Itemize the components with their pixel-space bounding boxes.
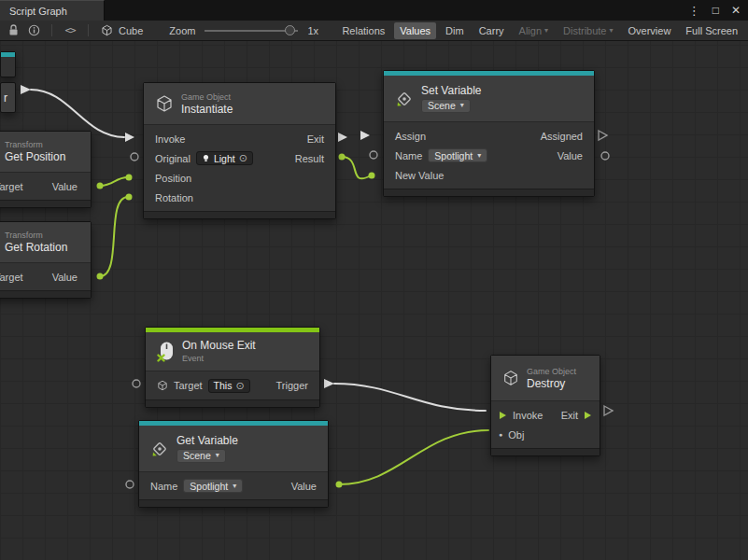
value-output-label: Value: [557, 150, 583, 161]
node-footer: [384, 189, 594, 196]
original-port-icon[interactable]: [131, 153, 138, 161]
invoke-port-icon[interactable]: [125, 133, 134, 142]
wire-getvariable-to-obj[interactable]: [339, 430, 488, 484]
tab-script-graph[interactable]: Script Graph: [0, 0, 105, 21]
node-header[interactable]: Transform Get Position: [0, 132, 91, 173]
node-category: Event: [182, 354, 204, 363]
target-port-icon[interactable]: [133, 380, 140, 387]
assign-port-icon[interactable]: [360, 131, 370, 140]
port-row: New Value: [384, 165, 594, 185]
lock-icon[interactable]: [5, 22, 21, 39]
node-header[interactable]: Transform Get Rotation: [0, 222, 91, 263]
node-footer: [0, 200, 91, 207]
align-label: Align: [519, 25, 542, 36]
chevron-down-icon: ▾: [544, 27, 548, 35]
node-header[interactable]: Game Object Instantiate: [144, 83, 335, 125]
value-output-label: Value: [291, 481, 317, 492]
exit-output-label: Exit: [561, 410, 578, 421]
node-instantiate[interactable]: Game Object Instantiate Invoke Exit Orig…: [143, 82, 336, 219]
game-object-icon: [502, 370, 519, 386]
new-value-port-icon[interactable]: [369, 173, 375, 179]
value-output-label: Value: [52, 181, 78, 192]
trigger-port-icon[interactable]: [324, 379, 334, 388]
variable-kind-dropdown[interactable]: Scene ▾: [421, 99, 471, 113]
obj-input-label: Obj: [508, 429, 524, 441]
rotation-input-label: Rotation: [155, 192, 193, 203]
wire-result-to-new-value[interactable]: [342, 157, 371, 178]
window-maximize-icon[interactable]: □: [713, 5, 719, 16]
light-object-field[interactable]: Light ⊙: [196, 151, 253, 165]
getposition-value-port-icon[interactable]: [97, 183, 104, 189]
this-object-field[interactable]: This ⊙: [208, 379, 250, 393]
chevron-down-icon: ▾: [477, 152, 481, 160]
graph-canvas[interactable]: r Transform Get Position Target Value Tr…: [0, 41, 748, 560]
obj-port-dot-icon[interactable]: ●: [499, 431, 502, 438]
name-input-label: Name: [150, 481, 177, 492]
wire-getposition-to-position[interactable]: [100, 177, 128, 186]
overview-button[interactable]: Overview: [623, 22, 677, 39]
info-icon[interactable]: [25, 22, 42, 39]
new-value-input-label: New Value: [395, 170, 444, 181]
port-row: Position: [144, 168, 335, 188]
node-header[interactable]: Game Object Destroy: [491, 356, 600, 401]
position-port-icon[interactable]: [126, 175, 133, 181]
distribute-dropdown[interactable]: Distribute ▾: [557, 22, 618, 39]
node-destroy[interactable]: Game Object Destroy Invoke Exit ● Obj: [490, 355, 600, 456]
window-tabbar: Script Graph ⋮ □ ✕: [0, 0, 748, 21]
flow-arrow-icon[interactable]: [584, 411, 592, 420]
port-row: Target This ⊙ Trigger: [146, 375, 319, 396]
node-on-mouse-exit[interactable]: On Mouse Exit Event Target This ⊙ Trigge…: [145, 327, 320, 408]
wire-start-arrow-icon[interactable]: [21, 85, 31, 94]
getrotation-value-port-icon[interactable]: [97, 273, 104, 280]
zoom-knob[interactable]: [285, 25, 295, 35]
node-header[interactable]: On Mouse Exit Event: [146, 332, 319, 371]
carry-button[interactable]: Carry: [473, 22, 510, 39]
result-port-icon[interactable]: [339, 154, 346, 161]
clipped-node-fragment[interactable]: r: [0, 82, 16, 113]
trigger-output-label: Trigger: [276, 380, 308, 391]
relations-button[interactable]: Relations: [336, 22, 390, 39]
node-title: On Mouse Exit: [182, 340, 256, 352]
exit-port-icon[interactable]: [338, 133, 347, 142]
destroy-exit-out-port-icon[interactable]: [604, 406, 613, 415]
node-header[interactable]: Set Variable Scene ▾: [384, 76, 594, 122]
align-dropdown[interactable]: Align ▾: [514, 22, 554, 39]
getvar-value-port-icon[interactable]: [336, 482, 343, 488]
wire-getrotation-to-rotation[interactable]: [100, 197, 128, 276]
node-header[interactable]: Get Variable Scene ▾: [139, 426, 328, 472]
dim-button[interactable]: Dim: [440, 22, 470, 39]
fullscreen-button[interactable]: Full Screen: [680, 22, 743, 39]
setvar-name-port-icon[interactable]: [370, 151, 377, 159]
object-picker-icon[interactable]: ⊙: [235, 381, 244, 391]
node-footer: [139, 499, 328, 507]
rotation-port-icon[interactable]: [126, 194, 133, 201]
node-get-variable[interactable]: Get Variable Scene ▾ Name Spotlight ▾ Va…: [138, 420, 329, 508]
node-set-variable[interactable]: Set Variable Scene ▾ Assign Assigned Nam…: [383, 70, 595, 197]
wire-trigger-to-destroy-invoke[interactable]: [334, 384, 486, 411]
port-row: Rotation: [144, 188, 335, 207]
variable-name-dropdown[interactable]: Spotlight ▾: [428, 148, 487, 162]
tab-title: Script Graph: [9, 6, 67, 17]
window-menu-icon[interactable]: ⋮: [688, 5, 700, 17]
port-row: Target Value: [0, 267, 91, 287]
setvar-value-port-icon[interactable]: [601, 152, 609, 160]
chevron-down-icon: ▾: [216, 452, 219, 459]
node-get-position[interactable]: Transform Get Position Target Value: [0, 131, 92, 208]
object-picker-icon[interactable]: ⊙: [239, 153, 247, 163]
variable-kind-dropdown[interactable]: Scene ▾: [176, 449, 226, 463]
getvar-name-port-icon[interactable]: [126, 481, 134, 488]
node-footer: [0, 290, 91, 298]
node-footer: [491, 448, 600, 455]
variable-icon: [395, 90, 414, 108]
values-button[interactable]: Values: [394, 22, 436, 39]
flow-arrow-icon[interactable]: [499, 411, 507, 420]
node-get-rotation[interactable]: Transform Get Rotation Target Value: [0, 221, 92, 299]
edit-source-icon[interactable]: <>: [62, 22, 78, 39]
variable-name-dropdown[interactable]: Spotlight ▾: [183, 479, 243, 493]
clipped-node-fragment-top[interactable]: [0, 51, 16, 77]
assigned-port-icon[interactable]: [599, 131, 607, 140]
window-close-icon[interactable]: ✕: [731, 5, 741, 16]
node-footer: [146, 399, 319, 407]
variable-kind-value: Scene: [183, 450, 211, 461]
zoom-slider[interactable]: [205, 30, 298, 32]
